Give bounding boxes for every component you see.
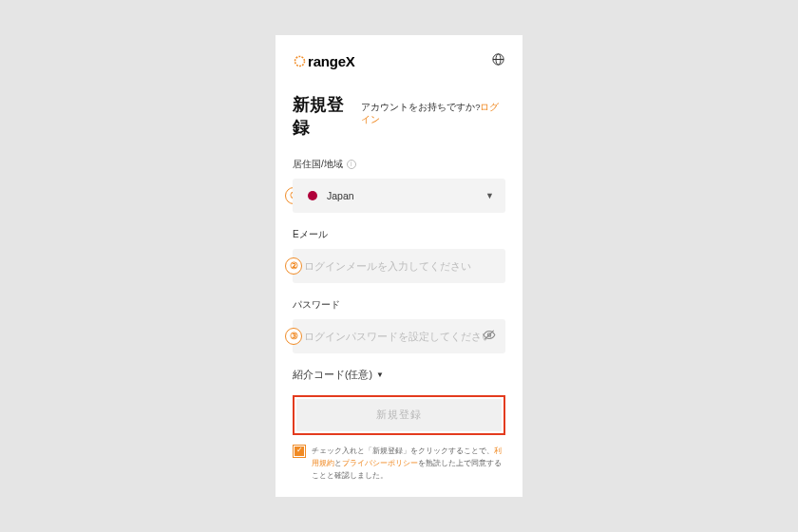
email-input[interactable] (293, 249, 505, 283)
password-label: パスワード (293, 298, 505, 312)
header: rangeX (293, 52, 505, 70)
terms-checkbox[interactable]: ✓ (293, 445, 306, 458)
submit-button[interactable]: 新規登録 (296, 399, 502, 431)
info-icon[interactable]: i (347, 160, 356, 169)
terms-text: チェック入れと「新規登録」をクリックすることで、利用規約とプライバシーポリシーを… (312, 445, 505, 483)
country-select[interactable]: Japan ▼ (293, 179, 505, 213)
eye-off-icon[interactable] (483, 328, 496, 344)
japan-flag-icon (308, 191, 317, 200)
page-title: 新規登録 (293, 93, 355, 139)
submit-highlight-frame: 新規登録 (293, 395, 505, 435)
password-input[interactable] (293, 319, 505, 353)
terms-link-privacy[interactable]: プライバシーポリシー (342, 458, 418, 467)
step-2-badge: ② (285, 257, 302, 275)
country-label: 居住国/地域 i (293, 158, 505, 171)
referral-toggle[interactable]: 紹介コード(任意)▼ (293, 369, 505, 382)
logo: rangeX (293, 53, 355, 69)
login-prompt: アカウントをお持ちですか?ログイン (361, 102, 505, 126)
check-icon: ✓ (294, 446, 304, 456)
signup-card: rangeX 新規登録 アカウントをお持ちですか?ログイン 居住国/地域 i ①… (276, 35, 522, 498)
email-label: Eメール (293, 228, 505, 241)
title-row: 新規登録 アカウントをお持ちですか?ログイン (293, 93, 505, 139)
chevron-down-icon: ▼ (485, 191, 494, 200)
country-selected: Japan (327, 190, 354, 201)
logo-icon (293, 54, 307, 68)
terms-row: ✓ チェック入れと「新規登録」をクリックすることで、利用規約とプライバシーポリシ… (293, 445, 505, 483)
svg-point-0 (295, 56, 305, 66)
step-3-badge: ③ (285, 328, 302, 345)
caret-down-icon: ▼ (376, 370, 384, 379)
language-icon[interactable] (491, 52, 505, 70)
